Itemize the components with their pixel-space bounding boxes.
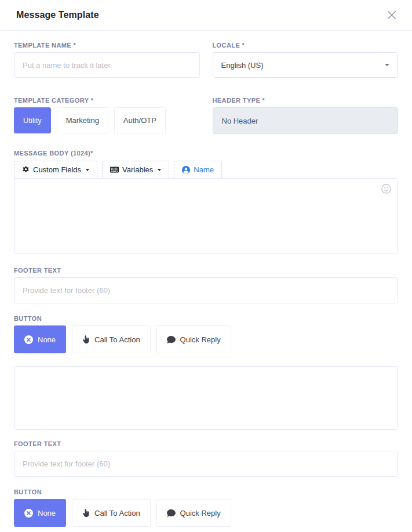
footer-text-input-2[interactable] [14,451,398,477]
button-group-label-2: BUTTON [14,488,398,495]
hand-pointer-icon [82,335,90,344]
category-marketing-button[interactable]: Marketing [57,107,108,133]
button-none-button-2[interactable]: None [14,499,66,527]
locale-select[interactable]: English (US) [213,52,399,78]
variables-dropdown-button[interactable]: Variables [102,161,169,179]
header-type-value: No Header [222,117,258,125]
close-icon [387,10,397,20]
message-body-textarea[interactable] [14,178,398,254]
second-body-textarea[interactable] [14,366,398,430]
comment-icon [167,336,176,343]
custom-fields-label: Custom Fields [33,165,81,174]
button-call-to-action-label-2: Call To Action [94,509,140,517]
footer-text-group: FOOTER TEXT [14,267,398,303]
caret-down-icon [385,64,389,66]
second-body-group [14,366,398,430]
custom-fields-dropdown-button[interactable]: Custom Fields [14,161,97,179]
times-circle-icon [24,509,33,517]
caret-down-icon [158,169,161,171]
button-call-to-action-button[interactable]: Call To Action [72,325,151,353]
hand-pointer-icon [82,509,90,517]
header-type-group: HEADER TYPE * No Header [213,97,399,134]
button-type-group: BUTTON None Call To Action [14,315,398,353]
caret-down-icon [86,169,89,171]
message-body-group: MESSAGE BODY (1024)* Custom Fields Varia… [14,150,398,254]
button-call-to-action-button-2[interactable]: Call To Action [72,499,151,527]
locale-group: LOCALE * English (US) [213,42,399,78]
user-circle-icon [182,166,190,174]
button-quick-reply-label: Quick Reply [180,335,221,344]
name-variable-button[interactable]: Name [174,161,222,179]
template-name-label: TEMPLATE NAME * [14,42,200,49]
emoji-picker-button[interactable] [380,183,392,195]
message-body-label: MESSAGE BODY (1024)* [14,150,398,157]
button-quick-reply-button-2[interactable]: Quick Reply [156,499,231,527]
message-template-modal: Message Template TEMPLATE NAME * LOCALE … [0,0,412,532]
button-group-label: BUTTON [14,315,398,322]
category-auth-otp-button[interactable]: Auth/OTP [114,107,166,133]
gear-icon [22,166,30,173]
modal-header: Message Template [0,0,412,31]
variables-label: Variables [122,165,153,174]
close-button[interactable] [384,8,399,23]
footer-text-label-2: FOOTER TEXT [14,440,398,447]
footer-text-input[interactable] [14,277,398,303]
button-quick-reply-button[interactable]: Quick Reply [156,325,231,353]
locale-label: LOCALE * [213,42,399,49]
modal-body: TEMPLATE NAME * LOCALE * English (US) TE… [0,31,412,532]
template-category-group: TEMPLATE CATEGORY * Utility Marketing Au… [14,97,200,134]
template-category-label: TEMPLATE CATEGORY * [14,97,200,104]
button-none-button[interactable]: None [14,325,66,353]
header-type-field: No Header [213,107,399,134]
comment-icon [167,509,176,517]
button-quick-reply-label-2: Quick Reply [180,509,221,517]
category-utility-button[interactable]: Utility [14,107,51,133]
smiley-icon [381,184,391,194]
times-circle-icon [24,335,33,344]
button-none-label-2: None [38,509,56,517]
footer-text-group-2: FOOTER TEXT [14,440,398,477]
message-body-toolbar: Custom Fields Variables Name [14,161,398,179]
template-name-input[interactable] [14,52,200,78]
template-name-group: TEMPLATE NAME * [14,42,200,78]
footer-text-label: FOOTER TEXT [14,267,398,274]
locale-selected-value: English (US) [221,61,264,70]
button-none-label: None [38,335,56,344]
button-type-group-2: BUTTON None Call To Action [14,488,398,527]
keyboard-icon [110,167,119,173]
header-type-label: HEADER TYPE * [213,97,399,104]
name-label: Name [194,165,214,174]
page-title: Message Template [16,10,99,20]
button-call-to-action-label: Call To Action [94,335,140,344]
